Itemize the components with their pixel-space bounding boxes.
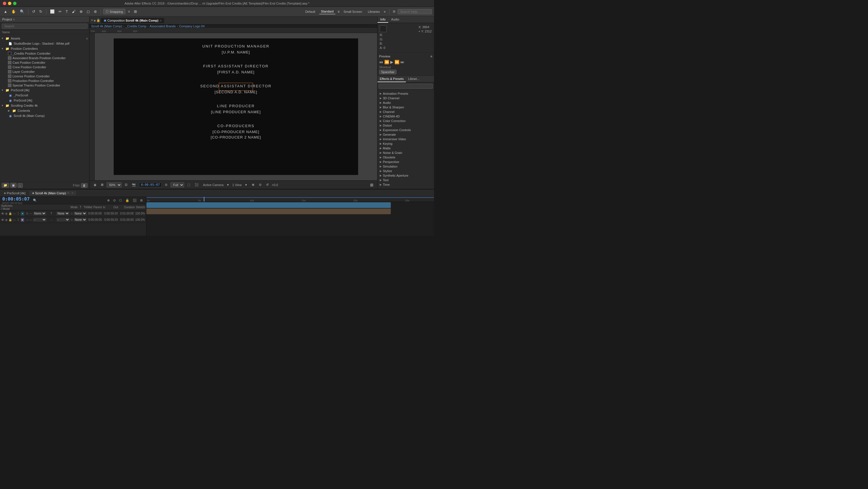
window-controls[interactable] (3, 2, 17, 5)
layer-2-parent[interactable]: None (74, 218, 87, 222)
workspace-standard[interactable]: Standard (319, 9, 335, 14)
effect-synthetic[interactable]: ▶ Synthetic Aperture (377, 173, 434, 178)
breadcrumb-main[interactable]: Scroll 4k (Main Comp) (91, 25, 122, 28)
region-btn[interactable]: ⊙ (163, 182, 169, 188)
clone-tool[interactable]: ⊕ (78, 8, 84, 15)
layer-row-1[interactable]: 👁 ◉ 🔒 — 1 ■ ▶ Layer Controller fx — Norm… (0, 210, 146, 217)
fit-btn[interactable]: ⊡ (123, 182, 129, 188)
tree-item-layer[interactable]: Layer Controller (0, 69, 89, 74)
puppet-tool[interactable]: ⊛ (92, 8, 98, 15)
pixels-btn[interactable]: ⬛ (193, 182, 200, 188)
hand-tool[interactable]: ✋ (10, 8, 17, 15)
help-search-input[interactable] (398, 9, 432, 14)
preview-menu-icon[interactable]: ≡ (431, 55, 432, 58)
tl-ruler[interactable]: 0s 5s 10s 15s 20s 25s (146, 197, 434, 202)
effect-channel[interactable]: ▶ Channel (377, 110, 434, 114)
layer-1-trkmat[interactable]: None (56, 212, 69, 215)
mask-tool[interactable]: ⬜ (49, 8, 56, 15)
tree-item-cast-pos[interactable]: Cast Position Controller (0, 60, 89, 65)
breadcrumb-credits[interactable]: _Credits Comp (125, 25, 146, 28)
layer-1-shy[interactable]: — (13, 212, 16, 215)
tree-item-license-pos[interactable]: License Position Controller (0, 74, 89, 79)
expand-prescroll[interactable]: ▼ (1, 89, 5, 92)
expand-scrolling[interactable]: ▼ (1, 104, 5, 107)
skip-end-btn[interactable]: ⏭ (400, 60, 404, 64)
effect-matte[interactable]: ▶ Matte (377, 146, 434, 150)
quality-select[interactable]: Full (170, 182, 184, 188)
new-comp-btn[interactable]: ▣ (10, 183, 17, 188)
reset-btn[interactable]: ↺ (265, 182, 270, 188)
always-preview-btn[interactable]: 🖥 (92, 182, 98, 188)
effect-audio[interactable]: ▶ Audio (377, 100, 434, 105)
layer-2-parent-select[interactable]: None (74, 218, 87, 222)
breadcrumb-brands[interactable]: Associated Brands (150, 25, 176, 28)
undo-tool[interactable]: ↺ (31, 8, 37, 15)
panel-close-icon[interactable]: ✕ (91, 19, 93, 22)
layer-2-lock[interactable]: 🔒 (8, 218, 12, 221)
effect-perspective[interactable]: ▶ Perspective (377, 160, 434, 164)
effect-3d-channel[interactable]: ▶ 3D Channel (377, 96, 434, 100)
tl-tab-prescroll[interactable]: ■ PreScroll [4k] (1, 191, 28, 195)
layer-1-trkmat-lock[interactable]: ⊙ (70, 212, 73, 215)
tl-bar-layer1[interactable] (146, 202, 391, 208)
minimize-button[interactable] (8, 2, 11, 5)
layer-1-eye[interactable]: 👁 (1, 212, 4, 215)
tl-ctrl-3[interactable]: ⬡ (118, 198, 123, 203)
comp-tab-main[interactable]: ▣ Composition Scroll 4k (Main Comp) ≡ (101, 18, 164, 23)
comp-tab-menu[interactable]: ≡ (159, 19, 161, 22)
layer-2-trkmat-lock[interactable]: ⊙ (70, 218, 73, 221)
layer-1-3d[interactable]: — (30, 212, 32, 215)
tl-work-area[interactable] (146, 197, 434, 198)
effect-obsolete[interactable]: ▶ Obsolete (377, 155, 434, 160)
workspace-menu-icon[interactable]: ≡ (338, 10, 340, 13)
timeline-timecode[interactable]: 0:00:05:07 (2, 197, 30, 202)
snap-control[interactable]: ⬡ Snapping (103, 9, 126, 14)
brush-tool[interactable]: 🖌 (70, 8, 77, 15)
effect-noise[interactable]: ▶ Noise & Grain (377, 150, 434, 155)
layer-2-trkmat-select[interactable]: - (57, 218, 69, 222)
layer-1-mode-select[interactable]: Normal (33, 212, 46, 215)
camera-menu-btn[interactable]: ▼ (225, 183, 230, 187)
effect-distort[interactable]: ▶ Distort (377, 123, 434, 128)
step-back-btn[interactable]: ⏪ (384, 60, 389, 64)
effects-tab-libraries[interactable]: Librari... (406, 76, 422, 82)
expand-contents[interactable]: ▶ (8, 109, 12, 112)
tl-tab-menu-icon[interactable]: ≡ (72, 192, 73, 195)
tl-tab-scroll-main[interactable]: ■ Scroll 4k (Main Comp) ✕ ≡ (29, 191, 76, 195)
layer-1-mode[interactable]: Normal (33, 212, 46, 215)
effect-time[interactable]: ▶ Time (377, 182, 434, 187)
tl-ctrl-5[interactable]: ⬛ (132, 198, 138, 203)
layer-1-parent[interactable]: None (73, 212, 87, 215)
zoom-tool[interactable]: 🔍 (19, 8, 26, 15)
tl-tab-close-icon[interactable]: ✕ (67, 192, 69, 195)
expand-icon[interactable]: ⊞ (393, 10, 395, 13)
tree-item-prescroll-2[interactable]: ▣ PreScroll [4k] (0, 98, 89, 103)
tree-item-scroll-main[interactable]: ▣ Scroll 4k (Main Comp) (0, 113, 89, 118)
transform-btn[interactable]: ⊞ (132, 8, 138, 15)
tree-item-special-pos[interactable]: Special Thanks Position Controller (0, 83, 89, 88)
layer-2-3d[interactable]: — (30, 218, 32, 221)
more-workspaces-icon[interactable]: » (384, 10, 386, 13)
tree-item-assets[interactable]: ▼ 📁 Assets ⊕ (0, 36, 89, 41)
workspace-small[interactable]: Small Screen (342, 9, 364, 14)
effect-simulation[interactable]: ▶ Simulation (377, 164, 434, 169)
tree-item-prod-pos[interactable]: Production Position Controller (0, 79, 89, 83)
render-btn[interactable]: ⊙ (257, 182, 263, 188)
redo-tool[interactable]: ↻ (38, 8, 44, 15)
motion-path-btn[interactable]: ⌗ (126, 8, 131, 15)
close-button[interactable] (3, 2, 6, 5)
workspace-libraries[interactable]: Libraries (366, 9, 381, 14)
panel-settings-btn[interactable]: ⊞ (369, 182, 375, 188)
tree-item-prescroll-1[interactable]: ▣ _PreScroll (0, 93, 89, 98)
layer-2-trkmat[interactable]: - (57, 218, 69, 222)
search-layer-btn[interactable]: 🔍 (32, 198, 38, 203)
transparency-btn[interactable]: ⬚ (186, 182, 192, 188)
layer-1-trkmat-select[interactable]: None (56, 212, 69, 215)
snapshot-btn[interactable]: 📷 (130, 182, 137, 188)
eraser-tool[interactable]: ◻ (85, 8, 91, 15)
effect-blur[interactable]: ▶ Blur & Sharpen (377, 105, 434, 110)
panel-lock-icon[interactable]: 🔒 (96, 19, 100, 22)
maximize-button[interactable] (13, 2, 17, 5)
tree-item-studiobinder[interactable]: 📄 StudioBinder Logo - Stacked - White.pd… (0, 41, 89, 46)
layer-1-solo[interactable]: ◉ (5, 212, 8, 215)
